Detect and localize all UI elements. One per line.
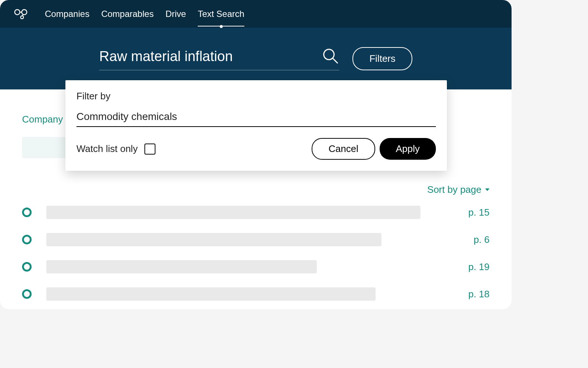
- app-window: Companies Comparables Drive Text Search …: [0, 0, 512, 309]
- filters-button[interactable]: Filters: [352, 47, 412, 70]
- result-placeholder: [46, 233, 381, 246]
- result-row[interactable]: p. 6: [22, 233, 490, 246]
- logo-icon: [14, 9, 29, 19]
- result-radio-icon[interactable]: [22, 235, 32, 244]
- company-label: Company: [22, 114, 63, 125]
- sort-dropdown[interactable]: Sort by page: [427, 184, 490, 195]
- result-page-link[interactable]: p. 6: [474, 234, 490, 245]
- nav-companies[interactable]: Companies: [45, 7, 89, 21]
- nav-drive[interactable]: Drive: [165, 7, 186, 21]
- sort-row: Sort by page: [22, 184, 490, 195]
- result-page-link[interactable]: p. 18: [468, 289, 490, 300]
- cancel-button[interactable]: Cancel: [312, 138, 375, 160]
- result-placeholder: [46, 287, 376, 301]
- company-dropdown[interactable]: Company: [22, 114, 70, 125]
- filter-title: Filter by: [76, 91, 436, 102]
- search-input-wrap: [99, 47, 339, 70]
- result-placeholder: [46, 260, 317, 273]
- nav-text-search[interactable]: Text Search: [198, 7, 244, 21]
- result-placeholder: [46, 206, 420, 219]
- search-input[interactable]: [99, 49, 314, 64]
- result-page-link[interactable]: p. 15: [468, 207, 490, 218]
- result-radio-icon[interactable]: [22, 289, 32, 299]
- svg-point-2: [21, 16, 24, 19]
- result-page-link[interactable]: p. 19: [468, 261, 490, 273]
- watchlist-checkbox[interactable]: [144, 144, 155, 155]
- svg-point-0: [15, 10, 20, 15]
- filter-bottom-row: Watch list only Cancel Apply: [76, 138, 436, 160]
- result-row[interactable]: p. 18: [22, 287, 490, 301]
- svg-point-1: [22, 10, 27, 15]
- result-row[interactable]: p. 15: [22, 206, 490, 219]
- top-nav: Companies Comparables Drive Text Search: [0, 0, 512, 28]
- sort-label: Sort by page: [427, 184, 481, 195]
- chevron-down-icon: [485, 188, 490, 191]
- results-list: p. 15p. 6p. 19p. 18p. 4p. 1: [22, 206, 490, 309]
- nav-comparables[interactable]: Comparables: [101, 7, 154, 21]
- result-radio-icon[interactable]: [22, 208, 32, 217]
- filter-input[interactable]: [76, 109, 436, 127]
- watchlist-label: Watch list only: [76, 143, 138, 155]
- svg-line-6: [333, 59, 338, 63]
- search-icon[interactable]: [322, 47, 339, 66]
- result-radio-icon[interactable]: [22, 262, 32, 272]
- svg-point-5: [324, 49, 334, 60]
- filter-panel: Filter by Watch list only Cancel Apply: [65, 80, 447, 171]
- filter-actions: Cancel Apply: [312, 138, 436, 160]
- result-row[interactable]: p. 19: [22, 260, 490, 273]
- apply-button[interactable]: Apply: [380, 138, 436, 160]
